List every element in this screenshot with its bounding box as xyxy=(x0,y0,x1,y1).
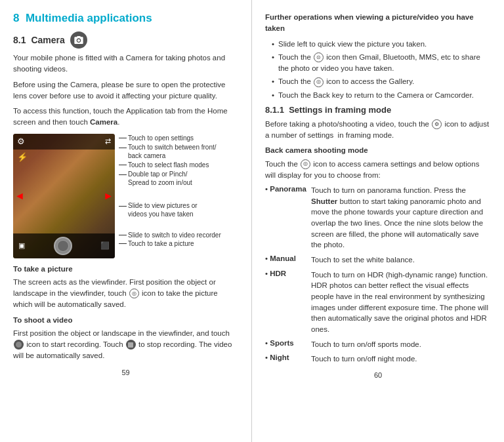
stop-inner xyxy=(128,342,133,348)
ann-flash: Touch to select flash modes xyxy=(119,161,238,169)
ann-spacer2 xyxy=(119,220,238,231)
video-switch-icon: ⬛ xyxy=(100,241,110,250)
shoot-text2: icon to start recording. Touch xyxy=(26,340,123,348)
ann-line-6 xyxy=(119,235,127,235)
ann-label-2: Touch to switch between front/back camer… xyxy=(128,143,217,160)
shutter-button[interactable] xyxy=(54,237,72,255)
ann-line-2 xyxy=(119,148,127,148)
ann-take-pic: Touch to take a picture xyxy=(119,240,238,247)
ann-slide-video: Slide to switch to video recorder xyxy=(119,231,238,239)
record-inner xyxy=(16,342,22,348)
framing-settings-icon: ⚙ xyxy=(432,119,442,129)
ann-line-5 xyxy=(119,206,127,207)
subsection-title: 8.1.1 Settings in framing mode xyxy=(265,105,491,115)
term-hdr: • HDR Touch to turn on HDR (high-dynamic… xyxy=(265,270,491,335)
ann-line-3 xyxy=(119,165,127,165)
ann-line-1 xyxy=(119,138,127,138)
intro-para-3: To access this function, touch the Appli… xyxy=(13,106,238,129)
stop-icon xyxy=(126,340,136,350)
shoot-video-text: First position the object or landscape i… xyxy=(13,328,238,362)
term-panorama: • Panorama Touch to turn on panorama fun… xyxy=(265,185,491,251)
chapter-title: 8 Multimedia applications xyxy=(13,12,238,25)
cam-settings-icon: ◎ xyxy=(301,159,310,169)
flash-icon: ⚡ xyxy=(17,152,28,162)
take-picture-title: To take a picture xyxy=(13,264,238,275)
ann-zoom: Double tap or Pinch/Spread to zoom in/ou… xyxy=(119,170,238,187)
intro3-end: . xyxy=(117,118,119,126)
intro3-bold: Camera xyxy=(90,118,117,126)
settings-intro: Before taking a photo/shooting a video, … xyxy=(265,119,491,142)
shutter-inner xyxy=(57,240,69,252)
camera-preview-image: ⚙ ⇄ ◄ ► ⚡ ▣ ⬛ xyxy=(13,134,115,258)
left-page: 8 Multimedia applications 8.1 Camera You… xyxy=(0,0,252,442)
ann-slide-view: Slide to view pictures orvideos you have… xyxy=(119,201,238,218)
chapter-number: 8 xyxy=(13,12,19,24)
slide-arrows-left: ◄ xyxy=(14,191,25,201)
ann-line-7 xyxy=(119,243,127,244)
subsection-num: 8.1.1 xyxy=(265,105,284,115)
section-number: 8.1 xyxy=(13,35,26,45)
shoot-text1: First position the object or landscape i… xyxy=(13,329,230,337)
camera-diagram: ⚙ ⇄ ◄ ► ⚡ ▣ ⬛ xyxy=(13,134,238,258)
term-sports: • Sports Touch to turn on/off sports mod… xyxy=(265,339,491,350)
back-camera-intro: Touch the ◎ icon to access camera settin… xyxy=(265,159,491,182)
ann-label-4: Double tap or Pinch/Spread to zoom in/ou… xyxy=(128,170,192,187)
ann-label-5: Slide to view pictures orvideos you have… xyxy=(128,201,198,218)
bullet-3: Touch the ◎ icon to access the Gallery. xyxy=(272,76,491,87)
camera-circle-icon: ◎ xyxy=(129,289,139,298)
bullet-1: Slide left to quick view the picture you… xyxy=(272,39,491,50)
ann-label-7: Touch to take a picture xyxy=(128,240,194,247)
ann-switch-camera: Touch to switch between front/back camer… xyxy=(119,143,238,160)
ann-label-3: Touch to select flash modes xyxy=(128,161,209,169)
intro-para-2: Before using the Camera, please be sure … xyxy=(13,79,238,102)
share-icon: ⊙ xyxy=(314,52,324,62)
ann-label-6: Slide to switch to video recorder xyxy=(128,231,221,239)
section-title-text: Camera xyxy=(31,35,64,45)
further-ops-bullets: Slide left to quick view the picture you… xyxy=(272,39,491,101)
intro-para-1: Your mobile phone is fitted with a Camer… xyxy=(13,52,238,75)
bullet-4: Touch the Back key to return to the Came… xyxy=(272,90,491,101)
term-night: • Night Touch to turn on/off night mode. xyxy=(265,353,491,365)
bullet-2: Touch the ⊙ icon then Gmail, Bluetooth, … xyxy=(272,52,491,75)
back-camera-title: Back camera shooting mode xyxy=(265,145,491,156)
left-page-number: 59 xyxy=(13,369,238,376)
shoot-video-title: To shoot a video xyxy=(13,315,238,326)
term-manual: • Manual Touch to set the white balance. xyxy=(265,254,491,266)
camera-icon xyxy=(70,31,87,49)
ann-line-4 xyxy=(119,174,127,175)
right-page: Further operations when viewing a pictur… xyxy=(252,0,504,442)
ann-spacer xyxy=(119,188,238,201)
settings-icon: ⚙ xyxy=(17,136,25,146)
intro3-text: To access this function, touch the Appli… xyxy=(13,107,228,126)
section-title: 8.1 Camera xyxy=(13,31,238,49)
subsection-title-text: Settings in framing mode xyxy=(289,105,391,115)
record-icon xyxy=(14,340,24,350)
slide-arrows-right: ► xyxy=(103,191,114,201)
ann-open-settings: Touch to open settings xyxy=(119,134,238,142)
take-picture-text: The screen acts as the viewfinder. First… xyxy=(13,277,238,311)
annotation-labels: Touch to open settings Touch to switch b… xyxy=(115,134,238,249)
terms-list: • Panorama Touch to turn on panorama fun… xyxy=(265,185,491,365)
camera-bottom-bar: ▣ ⬛ xyxy=(13,233,115,258)
camera-top-bar: ⚙ ⇄ xyxy=(13,134,115,150)
gallery-icon: ◎ xyxy=(314,77,324,87)
gallery-thumb: ▣ xyxy=(18,241,25,250)
further-ops-title: Further operations when viewing a pictur… xyxy=(265,12,491,35)
page-container: 8 Multimedia applications 8.1 Camera You… xyxy=(0,0,504,442)
right-page-number: 60 xyxy=(265,371,491,379)
ann-label-1: Touch to open settings xyxy=(128,134,194,142)
chapter-title-text: Multimedia applications xyxy=(26,12,152,24)
switch-camera-icon: ⇄ xyxy=(105,137,111,146)
